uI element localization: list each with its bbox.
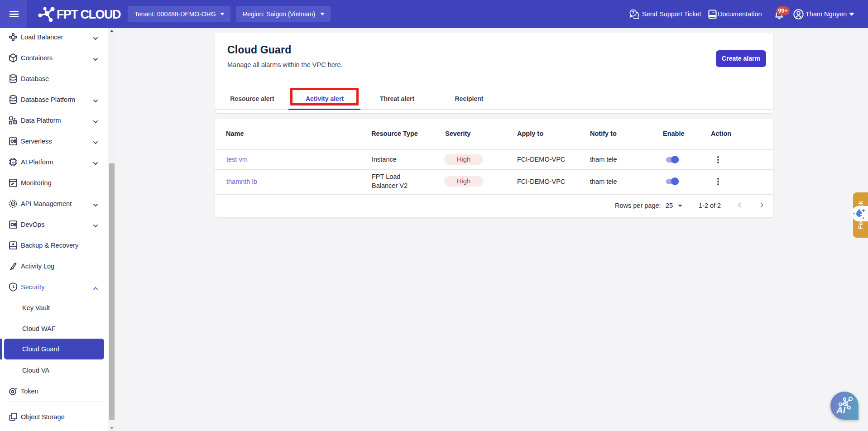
- svg-text:AI: AI: [836, 405, 845, 415]
- svg-text:AI: AI: [12, 161, 14, 164]
- svg-text:API: API: [11, 203, 14, 205]
- svg-text:?: ?: [632, 10, 634, 15]
